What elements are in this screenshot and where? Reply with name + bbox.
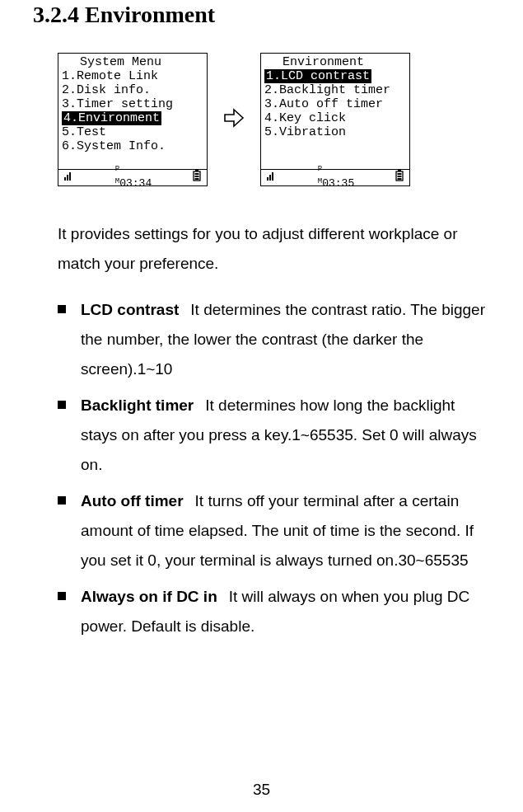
screen2-time: PM03:35 [318, 165, 354, 187]
screen1-time: PM03:34 [115, 165, 152, 187]
screen1-statusbar: PM03:34 [58, 169, 207, 184]
list-item: Backlight timerIt determines how long th… [58, 391, 490, 480]
menu-item: 6.System Info. [62, 139, 207, 153]
svg-rect-4 [195, 170, 198, 171]
battery-icon [395, 170, 404, 185]
item-term: Auto off timer [81, 492, 184, 509]
svg-rect-14 [397, 176, 401, 177]
svg-rect-15 [397, 178, 401, 180]
screen2-statusbar: PM03:35 [261, 169, 409, 184]
signal-icon [63, 170, 75, 185]
menu-item: 3.Auto off timer [264, 97, 409, 111]
item-term: Backlight timer [81, 397, 194, 414]
menu-item: 2.Disk info. [62, 83, 207, 97]
menu-item: 5.Vibration [264, 125, 409, 139]
item-term: LCD contrast [81, 301, 179, 318]
svg-rect-9 [269, 175, 271, 181]
battery-icon [192, 170, 202, 185]
intro-paragraph: It provides settings for you to adjust d… [58, 219, 490, 279]
item-term: Always on if DC in [81, 588, 217, 605]
svg-rect-13 [397, 173, 401, 175]
svg-rect-1 [67, 175, 68, 181]
menu-item: 4.Key click [264, 111, 409, 125]
svg-rect-12 [398, 170, 401, 171]
svg-rect-7 [194, 178, 198, 180]
menu-item: 1.Remote Link [62, 69, 207, 83]
menu-item: 1.LCD contrast [264, 69, 409, 83]
list-item: Auto off timerIt turns off your terminal… [58, 486, 490, 575]
menu-item: 5.Test [62, 125, 207, 139]
svg-rect-8 [267, 177, 269, 181]
device-screen-right: Environment 1.LCD contrast2.Backlight ti… [260, 53, 410, 186]
screen2-title: Environment [264, 55, 409, 69]
menu-item: 2.Backlight timer [264, 83, 409, 97]
section-heading: 3.2.4 Environment [33, 0, 490, 28]
bullet-list: LCD contrastIt determines the contrast r… [58, 295, 490, 641]
page-number: 35 [0, 781, 523, 799]
menu-item: 4.Environment [62, 111, 207, 125]
list-item: LCD contrastIt determines the contrast r… [58, 295, 490, 384]
device-screen-left: System Menu 1.Remote Link2.Disk info.3.T… [58, 53, 208, 186]
arrow-right-icon [222, 106, 245, 133]
screenshots-row: System Menu 1.Remote Link2.Disk info.3.T… [58, 53, 490, 186]
svg-rect-5 [194, 173, 198, 175]
signal-icon [266, 170, 278, 185]
svg-rect-10 [272, 172, 273, 181]
svg-rect-2 [69, 172, 71, 181]
list-item: Always on if DC inIt will always on when… [58, 582, 490, 641]
svg-rect-6 [194, 176, 198, 177]
svg-rect-0 [64, 177, 66, 181]
screen1-title: System Menu [62, 55, 207, 69]
menu-item: 3.Timer setting [62, 97, 207, 111]
